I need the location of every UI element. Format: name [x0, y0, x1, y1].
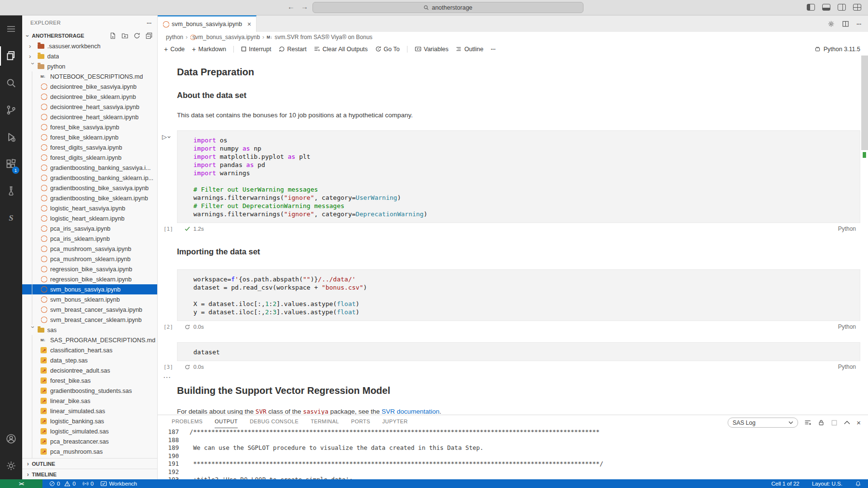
panel-tab-ports[interactable]: PORTS: [351, 415, 370, 428]
tree-item[interactable]: ›python: [22, 61, 157, 71]
explorer-icon[interactable]: [0, 42, 22, 70]
tree-item[interactable]: decisiontree_bike_sklearn.ipynb: [22, 92, 157, 102]
tree-item[interactable]: ↗pca_simulated.sas: [22, 457, 157, 458]
tree-item[interactable]: forest_bike_sklearn.ipynb: [22, 132, 157, 142]
run-debug-icon[interactable]: [0, 124, 22, 151]
tree-item[interactable]: ↗classification_heart.sas: [22, 345, 157, 355]
cell-editor[interactable]: workspace=f'{os.path.abspath("")}/../dat…: [177, 269, 860, 321]
tab-svm-bonus-sasviya[interactable]: svm_bonus_sasviya.ipynb ×: [158, 15, 257, 32]
restart-button[interactable]: Restart: [279, 46, 307, 53]
menu-icon[interactable]: [0, 15, 22, 42]
workspace-root[interactable]: › ANOTHERSTORAGE: [22, 30, 157, 41]
add-code-cell-button[interactable]: +Code: [164, 45, 185, 53]
tree-item[interactable]: M↓NOTEBOOK_DESCRIPTIONS.md: [22, 71, 157, 82]
add-markdown-cell-button[interactable]: +Markdown: [192, 45, 226, 53]
tree-item[interactable]: decisiontree_heart_sasviya.ipynb: [22, 102, 157, 112]
explorer-more-actions-icon[interactable]: ···: [147, 19, 151, 27]
account-icon[interactable]: [0, 425, 22, 452]
tree-item[interactable]: pca_iris_sasviya.ipynb: [22, 223, 157, 234]
tree-item[interactable]: logistic_heart_sasviya.ipynb: [22, 203, 157, 213]
cell-editor[interactable]: import osimport numpy as npimport matplo…: [177, 130, 860, 223]
close-tab-icon[interactable]: ×: [247, 20, 251, 28]
run-cell-button[interactable]: ▷: [162, 134, 171, 140]
editor-more-actions-icon[interactable]: ···: [856, 20, 861, 28]
clear-all-outputs-button[interactable]: Clear All Outputs: [314, 46, 368, 53]
tree-item[interactable]: ↗pca_breastcancer.sas: [22, 436, 157, 446]
cell-language[interactable]: Python: [838, 363, 856, 370]
customize-layout-icon[interactable]: [853, 4, 861, 11]
tree-item[interactable]: svm_bonus_sklearn.ipynb: [22, 294, 157, 305]
tree-item[interactable]: gradientboosting_banking_sklearn.ip...: [22, 173, 157, 183]
collapsed-cells-indicator[interactable]: ···: [163, 374, 868, 381]
tree-item[interactable]: decisiontree_heart_sklearn.ipynb: [22, 112, 157, 122]
sas-log-output[interactable]: 187/************************************…: [158, 428, 861, 479]
tree-item[interactable]: M↓SAS_PROGRAM_DESCRIPTIONS.md: [22, 335, 157, 345]
breadcrumb-file[interactable]: svm_bonus_sasviya.ipynb: [192, 34, 260, 41]
search-view-icon[interactable]: [0, 70, 22, 97]
tree-item[interactable]: gradientboosting_bike_sasviya.ipynb: [22, 183, 157, 193]
maximize-panel-icon[interactable]: [844, 420, 850, 425]
tree-item[interactable]: ↗data_step.sas: [22, 355, 157, 365]
timeline-section[interactable]: › TIMELINE: [22, 469, 157, 479]
tree-item[interactable]: ›sas: [22, 325, 157, 335]
nav-back-button[interactable]: ←: [287, 2, 295, 11]
tree-item[interactable]: regression_bike_sklearn.ipynb: [22, 274, 157, 284]
problems-indicator[interactable]: 0 0: [49, 481, 76, 487]
new-file-icon[interactable]: [109, 32, 116, 39]
tree-item[interactable]: pca_mushroom_sasviya.ipynb: [22, 244, 157, 254]
tree-item[interactable]: ›data: [22, 51, 157, 61]
lock-scroll-icon[interactable]: [818, 419, 825, 426]
kernel-picker[interactable]: Python 3.11.5: [814, 46, 868, 53]
tree-item[interactable]: logistic_heart_sklearn.ipynb: [22, 213, 157, 223]
toggle-primary-sidebar-icon[interactable]: [807, 4, 815, 11]
tree-item[interactable]: forest_digits_sasviya.ipynb: [22, 142, 157, 153]
tree-item[interactable]: ↗pca_mushroom.sas: [22, 446, 157, 457]
code-cell-3[interactable]: dataset [3] 0.0s Python: [177, 342, 860, 373]
split-editor-icon[interactable]: [842, 20, 849, 28]
breadcrumb-folder[interactable]: python: [166, 34, 183, 41]
tree-item[interactable]: gradientboosting_bike_sklearn.ipynb: [22, 193, 157, 203]
cell-language[interactable]: Python: [838, 323, 856, 330]
tree-item[interactable]: ↗forest_bike.sas: [22, 376, 157, 386]
command-center-search[interactable]: anotherstorage: [312, 2, 583, 13]
tree-item[interactable]: svm_breast_cancer_sklearn.ipynb: [22, 315, 157, 325]
notebook-scrollbar[interactable]: [861, 56, 868, 150]
collapse-folders-icon[interactable]: [146, 32, 152, 39]
clear-output-icon[interactable]: [804, 419, 812, 426]
panel-tab-terminal[interactable]: TERMINAL: [311, 415, 339, 428]
cell-indicator[interactable]: Cell 1 of 22: [772, 481, 800, 487]
cell-editor[interactable]: dataset: [177, 342, 860, 361]
tree-item[interactable]: svm_bonus_sasviya.ipynb: [22, 284, 157, 294]
code-cell-2[interactable]: workspace=f'{os.path.abspath("")}/../dat…: [177, 269, 860, 333]
settings-gear-icon[interactable]: [0, 452, 22, 479]
tree-item[interactable]: decisiontree_bike_sasviya.ipynb: [22, 82, 157, 92]
close-panel-icon[interactable]: ×: [856, 418, 861, 427]
outline-section[interactable]: › OUTLINE: [22, 458, 157, 469]
testing-icon[interactable]: [0, 178, 22, 205]
tree-item[interactable]: ›.sasuser.workbench: [22, 41, 157, 51]
tree-item[interactable]: ↗logistic_banking.sas: [22, 416, 157, 426]
new-folder-icon[interactable]: [122, 32, 128, 39]
tree-item[interactable]: svm_breast_cancer_sasviya.ipynb: [22, 305, 157, 315]
tree-item[interactable]: forest_bike_sasviya.ipynb: [22, 122, 157, 132]
tree-item[interactable]: ↗logistic_simulated.sas: [22, 426, 157, 436]
panel-tab-jupyter[interactable]: JUPYTER: [382, 415, 408, 428]
remote-indicator[interactable]: ><: [0, 479, 42, 488]
extensions-icon[interactable]: 1: [0, 151, 22, 178]
toggle-panel-icon[interactable]: [822, 4, 830, 11]
notifications-bell-icon[interactable]: [855, 481, 861, 487]
nav-forward-button[interactable]: →: [301, 2, 308, 11]
panel-tab-problems[interactable]: PROBLEMS: [172, 415, 203, 428]
panel-tab-debug-console[interactable]: DEBUG CONSOLE: [250, 415, 298, 428]
sas-extension-icon[interactable]: S: [0, 205, 22, 232]
tree-item[interactable]: ↗decisiontree_adult.sas: [22, 365, 157, 376]
tree-item[interactable]: ↗linear_simulated.sas: [22, 406, 157, 416]
variables-button[interactable]: Variables: [415, 46, 448, 53]
tree-item[interactable]: gradientboosting_banking_sasviya.i...: [22, 163, 157, 173]
ports-indicator[interactable]: 0: [82, 481, 94, 487]
breadcrumb-heading[interactable]: svm.SVR from SAS® Viya® on Bonus: [274, 34, 372, 41]
tree-item[interactable]: pca_iris_sklearn.ipynb: [22, 234, 157, 244]
interrupt-button[interactable]: Interrupt: [241, 46, 271, 53]
documentation-link[interactable]: SVR documentation: [381, 408, 439, 415]
output-channel-select[interactable]: SAS Log: [728, 418, 798, 428]
